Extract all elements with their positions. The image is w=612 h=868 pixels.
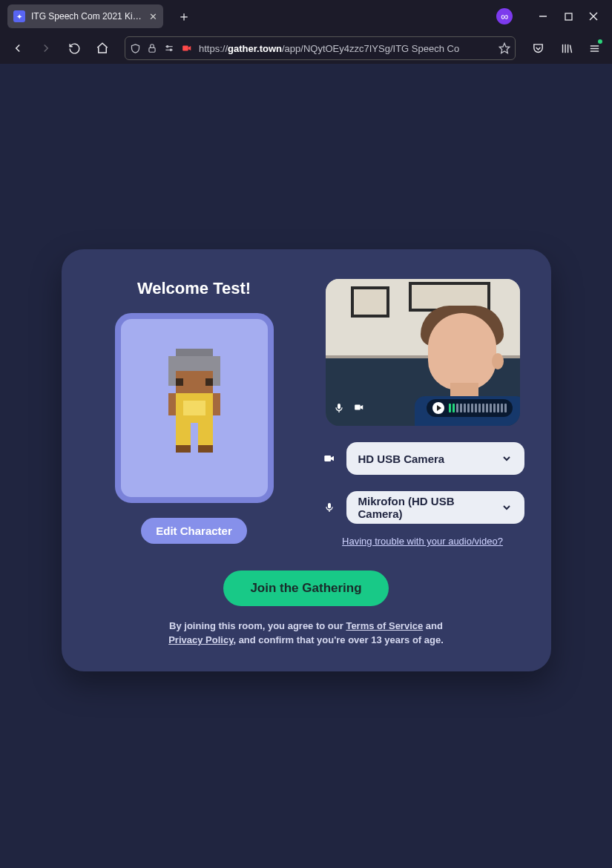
audio-level-bars-icon [449,404,507,412]
camera-select[interactable]: HD USB Camera [346,442,524,475]
svg-rect-36 [324,456,331,461]
svg-rect-1 [565,13,572,20]
audio-video-help-link[interactable]: Having trouble with your audio/video? [342,536,503,547]
nav-home-button[interactable] [92,38,113,59]
browser-toolbar: https://gather.town/app/NQytOEy4zzc7IYSg… [0,33,612,64]
url-text: https://gather.town/app/NQytOEy4zzc7IYSg… [199,43,459,54]
join-card: Welcome Test! [62,249,551,671]
svg-rect-23 [176,378,183,386]
svg-rect-21 [168,371,176,386]
legal-text: By joining this room, you agree to our T… [88,619,524,648]
bookmark-star-icon[interactable] [499,42,510,54]
audio-meter[interactable] [427,399,513,417]
avatar-icon [154,349,235,467]
join-gathering-button[interactable]: Join the Gathering [223,571,388,606]
pocket-icon[interactable] [527,38,548,59]
tab-close-icon[interactable]: ✕ [147,11,159,22]
camera-recording-icon[interactable] [181,43,193,53]
lock-icon[interactable] [147,43,157,53]
svg-line-14 [570,45,571,53]
svg-point-7 [167,46,168,47]
shield-icon[interactable] [130,43,141,54]
library-icon[interactable] [556,38,576,59]
privacy-policy-link[interactable]: Privacy Policy [168,634,233,645]
terms-of-service-link[interactable]: Terms of Service [346,620,423,631]
edit-character-button[interactable]: Edit Character [141,518,247,544]
nav-forward-button[interactable] [36,38,56,59]
microphone-select-value: Mikrofon (HD USB Camera) [358,495,501,520]
microphone-select[interactable]: Mikrofon (HD USB Camera) [346,491,524,524]
nav-reload-button[interactable] [64,38,85,59]
chevron-down-icon [501,502,513,513]
svg-marker-10 [499,43,509,53]
overlay-camera-icon[interactable] [352,402,366,414]
bg-frame-icon [351,286,389,318]
window-minimize-button[interactable] [530,6,556,27]
window-close-button[interactable] [581,6,606,27]
svg-rect-9 [182,46,188,51]
svg-rect-24 [205,378,213,386]
overlay-mic-icon[interactable] [333,402,345,414]
svg-rect-18 [176,349,213,356]
avatar-preview [115,313,274,503]
camera-icon [321,453,338,464]
person-head-icon [428,313,496,390]
browser-tab[interactable]: ✦ ITG Speech Com 2021 Kiel | Gath ✕ [7,4,163,28]
preview-overlay [333,398,513,418]
svg-rect-29 [176,423,191,445]
chevron-down-icon [501,453,513,464]
extension-icon[interactable]: ∞ [496,8,513,24]
svg-point-8 [170,49,171,50]
play-test-sound-icon[interactable] [432,402,444,414]
svg-rect-37 [328,503,331,508]
svg-rect-30 [198,423,213,445]
svg-rect-22 [213,371,220,386]
svg-rect-33 [338,404,340,409]
microphone-icon [321,500,338,515]
svg-rect-4 [149,47,155,52]
svg-rect-35 [355,405,361,410]
svg-rect-19 [168,356,220,371]
person-ear-icon [492,353,504,369]
svg-rect-28 [183,401,205,415]
svg-rect-27 [213,393,220,415]
svg-rect-32 [198,445,213,453]
nav-back-button[interactable] [7,38,28,59]
page-content: Welcome Test! [0,64,612,868]
window-titlebar: ✦ ITG Speech Com 2021 Kiel | Gath ✕ ＋ ∞ [0,0,612,33]
svg-rect-26 [168,393,176,415]
new-tab-button[interactable]: ＋ [174,6,194,27]
svg-rect-31 [176,445,191,453]
app-menu-icon[interactable] [584,38,605,59]
tab-title: ITG Speech Com 2021 Kiel | Gath [31,11,142,22]
tab-favicon-icon: ✦ [13,10,25,22]
permissions-icon[interactable] [163,43,175,53]
notification-dot-icon [598,39,602,44]
url-bar[interactable]: https://gather.town/app/NQytOEy4zzc7IYSg… [125,36,516,60]
window-maximize-button[interactable] [556,6,581,27]
camera-preview [326,279,520,426]
welcome-heading: Welcome Test! [137,279,251,298]
camera-select-value: HD USB Camera [358,453,445,465]
